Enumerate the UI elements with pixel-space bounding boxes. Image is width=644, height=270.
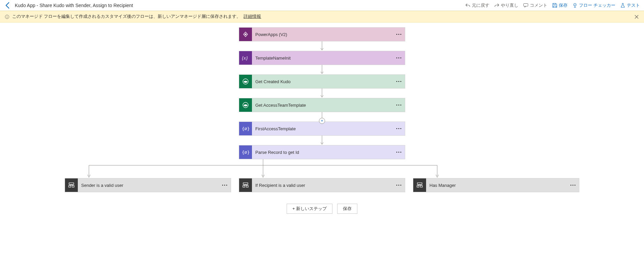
svg-point-45 bbox=[575, 185, 576, 186]
svg-point-37 bbox=[396, 185, 397, 186]
svg-point-15 bbox=[400, 81, 401, 82]
step-menu-button[interactable] bbox=[567, 178, 579, 192]
svg-rect-30 bbox=[72, 185, 74, 187]
redo-label: やり直し bbox=[501, 2, 518, 8]
svg-rect-40 bbox=[417, 183, 422, 184]
svg-point-31 bbox=[222, 185, 223, 186]
step-menu-button[interactable] bbox=[219, 178, 231, 192]
compose-icon: {∅} bbox=[239, 122, 252, 135]
flow-step[interactable]: {x}TemplateNameInit bbox=[239, 51, 405, 65]
undo-button[interactable]: 元に戻す bbox=[465, 2, 489, 8]
svg-point-6 bbox=[398, 34, 399, 35]
step-label: PowerApps (V2) bbox=[252, 32, 393, 37]
svg-point-10 bbox=[398, 58, 399, 59]
scope-icon bbox=[65, 178, 78, 192]
step-menu-button[interactable] bbox=[393, 75, 405, 88]
svg-point-18 bbox=[398, 105, 399, 106]
back-button[interactable] bbox=[4, 1, 12, 9]
save-footer-button[interactable]: 保存 bbox=[337, 204, 357, 214]
flow-step[interactable]: PowerApps (V2) bbox=[239, 27, 405, 41]
dataverse-icon bbox=[239, 75, 252, 88]
close-banner-button[interactable] bbox=[634, 14, 639, 20]
flow-canvas: PowerApps (V2){x}TemplateNameInitGet Cre… bbox=[0, 23, 644, 224]
beaker-icon bbox=[620, 3, 625, 8]
svg-point-17 bbox=[396, 105, 397, 106]
svg-point-11 bbox=[400, 58, 401, 59]
step-label: If Recipient is a valid user bbox=[252, 183, 393, 188]
compose-icon: {∅} bbox=[239, 145, 252, 159]
toolbar: Kudo App - Share Kudo with Sender, Assig… bbox=[0, 0, 644, 11]
redo-button[interactable]: やり直し bbox=[494, 2, 518, 8]
more-icon bbox=[222, 184, 227, 186]
powerapps-icon bbox=[239, 28, 252, 41]
svg-rect-34 bbox=[243, 183, 248, 184]
more-icon bbox=[396, 34, 401, 35]
step-menu-button[interactable] bbox=[393, 122, 405, 135]
flow-branch-step[interactable]: Has Manager bbox=[413, 178, 579, 192]
more-icon bbox=[396, 81, 401, 82]
test-label: テスト bbox=[627, 2, 640, 8]
svg-rect-28 bbox=[69, 183, 74, 184]
comment-button[interactable]: コメント bbox=[523, 2, 547, 8]
flow-checker-label: フロー チェッカー bbox=[579, 2, 615, 8]
branch-lines bbox=[0, 159, 644, 178]
variable-icon: {x} bbox=[239, 51, 252, 65]
flow-title: Kudo App - Share Kudo with Sender, Assig… bbox=[15, 3, 133, 8]
step-menu-button[interactable] bbox=[393, 98, 405, 112]
flow-branch-step[interactable]: Sender is a valid user bbox=[65, 178, 231, 192]
flow-step[interactable]: {∅}Parse Record to get Id bbox=[239, 145, 405, 159]
undo-label: 元に戻す bbox=[472, 2, 489, 8]
step-label: FirstAccessTemplate bbox=[252, 126, 393, 131]
save-button[interactable]: 保存 bbox=[552, 2, 568, 8]
svg-point-21 bbox=[396, 128, 397, 129]
test-button[interactable]: テスト bbox=[620, 2, 640, 8]
banner-details-link[interactable]: 詳細情報 bbox=[244, 14, 261, 20]
svg-rect-42 bbox=[420, 185, 422, 187]
svg-point-38 bbox=[398, 185, 399, 186]
flow-step[interactable]: Get Created Kudo bbox=[239, 74, 405, 89]
svg-rect-36 bbox=[246, 185, 248, 187]
step-menu-button[interactable] bbox=[393, 51, 405, 65]
svg-rect-29 bbox=[69, 185, 71, 187]
flow-checker-button[interactable]: フロー チェッカー bbox=[572, 2, 615, 8]
step-label: Has Manager bbox=[426, 183, 567, 188]
step-menu-button[interactable] bbox=[393, 145, 405, 159]
comment-label: コメント bbox=[530, 2, 547, 8]
step-menu-button[interactable] bbox=[393, 178, 405, 192]
save-label: 保存 bbox=[559, 2, 568, 8]
svg-point-27 bbox=[400, 152, 401, 153]
svg-point-22 bbox=[398, 128, 399, 129]
insert-step-button[interactable]: + bbox=[319, 118, 325, 124]
svg-point-13 bbox=[396, 81, 397, 82]
save-icon bbox=[552, 3, 557, 8]
redo-icon bbox=[494, 3, 500, 8]
footer-buttons: + 新しいステップ 保存 bbox=[0, 204, 644, 214]
svg-rect-4 bbox=[7, 16, 7, 18]
flow-branch-step[interactable]: If Recipient is a valid user bbox=[239, 178, 405, 192]
step-label: Get Created Kudo bbox=[252, 79, 393, 84]
banner-text: このマネージド フローを編集して作成されるカスタマイズ後のフローは、新しいアンマ… bbox=[12, 14, 241, 20]
svg-point-19 bbox=[400, 105, 401, 106]
svg-point-23 bbox=[400, 128, 401, 129]
scope-icon bbox=[413, 178, 426, 192]
svg-point-3 bbox=[7, 15, 7, 16]
flow-arrow bbox=[320, 41, 324, 51]
svg-point-9 bbox=[396, 58, 397, 59]
more-icon bbox=[396, 151, 401, 153]
flow-arrow bbox=[320, 65, 324, 74]
more-icon bbox=[570, 184, 576, 186]
svg-point-7 bbox=[400, 34, 401, 35]
svg-point-43 bbox=[571, 185, 572, 186]
svg-text:{∅}: {∅} bbox=[242, 150, 249, 155]
flow-arrow bbox=[320, 89, 324, 98]
comment-icon bbox=[523, 3, 528, 8]
svg-point-1 bbox=[574, 3, 576, 6]
flow-checker-icon bbox=[572, 3, 578, 8]
svg-point-5 bbox=[396, 34, 397, 35]
flow-step[interactable]: Get AccessTeamTemplate bbox=[239, 98, 405, 112]
svg-rect-0 bbox=[524, 3, 528, 6]
new-step-button[interactable]: + 新しいステップ bbox=[287, 204, 332, 214]
svg-point-26 bbox=[398, 152, 399, 153]
more-icon bbox=[396, 57, 401, 59]
step-menu-button[interactable] bbox=[393, 28, 405, 41]
